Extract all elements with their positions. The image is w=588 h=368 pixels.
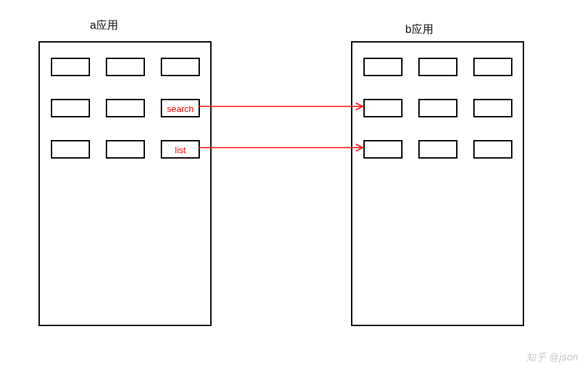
panel-a-cell-0-0 bbox=[51, 58, 90, 76]
panel-b-cell-0-2 bbox=[473, 58, 512, 76]
panel-b-cell-2-0 bbox=[363, 140, 403, 159]
panel-a-cell-0-1 bbox=[106, 58, 145, 76]
panel-b-cell-2-2 bbox=[473, 140, 512, 159]
panel-a-cell-2-1 bbox=[106, 140, 145, 159]
panel-b-cell-0-1 bbox=[418, 58, 457, 76]
panel-a-cell-2-2: list bbox=[161, 140, 200, 159]
panel-a-cell-2-0 bbox=[51, 140, 90, 159]
panel-b bbox=[351, 41, 524, 326]
panel-a-grid: search list bbox=[51, 58, 200, 159]
panel-a-cell-1-1 bbox=[106, 99, 145, 117]
panel-b-grid bbox=[363, 58, 512, 159]
panel-a: search list bbox=[38, 41, 212, 326]
panel-b-cell-0-0 bbox=[363, 58, 403, 76]
panel-a-cell-1-0 bbox=[51, 99, 90, 117]
panel-a-cell-0-2 bbox=[161, 58, 200, 76]
panel-b-cell-2-1 bbox=[418, 140, 457, 159]
panel-b-cell-1-0 bbox=[363, 99, 403, 117]
panel-b-cell-1-2 bbox=[473, 99, 512, 117]
label-search: search bbox=[167, 103, 194, 113]
label-list: list bbox=[175, 144, 186, 154]
panel-b-title: b应用 bbox=[405, 23, 433, 37]
panel-b-cell-1-1 bbox=[418, 99, 457, 117]
panel-a-cell-1-2: search bbox=[161, 99, 200, 117]
panel-a-title: a应用 bbox=[90, 19, 118, 33]
watermark: 知乎 @json bbox=[526, 352, 578, 364]
